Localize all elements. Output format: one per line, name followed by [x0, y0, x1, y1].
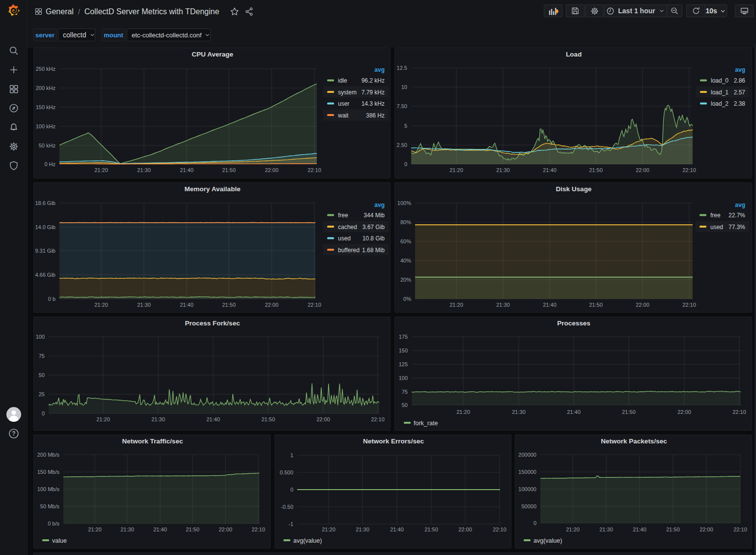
svg-text:21:30: 21:30	[356, 526, 369, 532]
svg-text:value: value	[52, 537, 67, 544]
svg-text:5: 5	[404, 123, 407, 129]
svg-text:200000: 200000	[518, 452, 536, 458]
svg-text:22:00: 22:00	[265, 167, 279, 173]
svg-text:21:30: 21:30	[599, 526, 613, 532]
svg-text:cached: cached	[338, 224, 357, 231]
svg-text:75: 75	[402, 389, 408, 395]
svg-text:Load: Load	[566, 51, 582, 58]
svg-text:used: used	[710, 224, 723, 231]
svg-text:22:10: 22:10	[682, 167, 696, 173]
svg-text:21:40: 21:40	[180, 302, 194, 308]
svg-text:free: free	[710, 212, 721, 219]
svg-text:avg(value): avg(value)	[293, 537, 322, 544]
svg-text:avg(value): avg(value)	[533, 537, 562, 544]
svg-text:21:50: 21:50	[186, 526, 199, 532]
svg-text:22:00: 22:00	[316, 416, 330, 422]
svg-text:21:30: 21:30	[496, 167, 510, 173]
svg-text:150000: 150000	[518, 469, 536, 475]
svg-text:free: free	[338, 212, 348, 219]
svg-text:150 kHz: 150 kHz	[36, 104, 56, 110]
svg-text:0: 0	[290, 487, 293, 493]
svg-text:14.3 kHz: 14.3 kHz	[362, 100, 385, 107]
svg-text:22:10: 22:10	[308, 167, 321, 173]
svg-text:21:30: 21:30	[120, 526, 134, 532]
svg-text:Network Traffic/sec: Network Traffic/sec	[122, 438, 183, 445]
svg-text:0%: 0%	[403, 296, 411, 302]
svg-text:250 kHz: 250 kHz	[36, 66, 56, 72]
svg-text:100: 100	[399, 375, 408, 381]
svg-text:?: ?	[12, 430, 15, 437]
svg-text:buffered: buffered	[338, 247, 360, 254]
svg-text:21:30: 21:30	[137, 302, 151, 308]
svg-text:10: 10	[401, 84, 407, 90]
svg-text:avg: avg	[374, 66, 385, 73]
svg-text:21:40: 21:40	[390, 526, 404, 532]
svg-text:load_0: load_0	[711, 77, 728, 84]
svg-text:2.50: 2.50	[397, 142, 407, 148]
svg-text:344 Mib: 344 Mib	[364, 212, 385, 219]
svg-text:100%: 100%	[397, 200, 411, 206]
svg-text:9.31 Gib: 9.31 Gib	[35, 248, 56, 254]
svg-text:21:30: 21:30	[512, 409, 526, 415]
svg-text:100: 100	[36, 334, 45, 340]
svg-text:idle: idle	[338, 77, 347, 84]
svg-text:200 kHz: 200 kHz	[36, 85, 56, 91]
svg-text:Memory Available: Memory Available	[185, 185, 241, 193]
svg-text:2.38: 2.38	[734, 100, 746, 107]
svg-text:-0.50: -0.50	[281, 504, 293, 510]
svg-text:80%: 80%	[400, 219, 411, 225]
svg-text:21:20: 21:20	[449, 302, 463, 308]
svg-text:21:50: 21:50	[424, 526, 438, 532]
svg-text:22:00: 22:00	[677, 409, 691, 415]
svg-text:Processes: Processes	[557, 320, 590, 327]
svg-text:21:20: 21:20	[94, 167, 108, 173]
svg-text:22:10: 22:10	[308, 302, 321, 308]
svg-text:18.6 Gib: 18.6 Gib	[35, 200, 56, 206]
svg-text:22:00: 22:00	[700, 526, 713, 532]
svg-text:150: 150	[399, 348, 408, 353]
svg-text:2.86: 2.86	[734, 77, 746, 84]
svg-text:4.66 Gib: 4.66 Gib	[35, 272, 56, 278]
svg-text:user: user	[338, 100, 349, 107]
svg-text:3.67 Gib: 3.67 Gib	[363, 224, 385, 231]
svg-text:50: 50	[402, 402, 408, 408]
svg-text:100 Mb/s: 100 Mb/s	[37, 486, 60, 492]
svg-text:22:10: 22:10	[371, 416, 385, 422]
svg-text:0 b: 0 b	[48, 296, 56, 302]
svg-text:22.7%: 22.7%	[728, 212, 745, 219]
svg-text:22:00: 22:00	[265, 302, 279, 308]
svg-text:7.79 kHz: 7.79 kHz	[362, 89, 385, 96]
svg-text:60%: 60%	[400, 238, 411, 244]
svg-text:75: 75	[39, 353, 45, 359]
svg-text:0: 0	[404, 161, 407, 167]
svg-text:21:20: 21:20	[456, 409, 470, 415]
svg-text:load_2: load_2	[711, 100, 728, 107]
svg-text:21:50: 21:50	[589, 167, 603, 173]
svg-text:22:00: 22:00	[458, 526, 472, 532]
svg-text:150 Mb/s: 150 Mb/s	[37, 469, 60, 475]
svg-text:21:40: 21:40	[206, 416, 220, 422]
svg-text:20%: 20%	[400, 277, 411, 283]
svg-text:22:00: 22:00	[636, 302, 649, 308]
svg-text:22:10: 22:10	[252, 526, 265, 532]
svg-text:50000: 50000	[521, 503, 536, 509]
svg-text:21:20: 21:20	[566, 526, 580, 532]
svg-text:avg: avg	[735, 202, 745, 208]
svg-text:25: 25	[39, 391, 45, 397]
svg-text:40%: 40%	[400, 258, 411, 263]
svg-text:21:20: 21:20	[322, 526, 336, 532]
svg-text:21:30: 21:30	[496, 302, 510, 308]
svg-text:12.5: 12.5	[397, 65, 407, 71]
svg-text:wait: wait	[337, 112, 349, 119]
svg-text:Process Fork/sec: Process Fork/sec	[185, 320, 240, 327]
svg-text:Network Packets/sec: Network Packets/sec	[601, 438, 667, 445]
svg-text:14.0 Gib: 14.0 Gib	[35, 224, 56, 230]
svg-text:CPU Average: CPU Average	[192, 51, 233, 58]
svg-text:fork_rate: fork_rate	[414, 420, 438, 427]
svg-text:21:20: 21:20	[94, 302, 108, 308]
svg-text:386 Hz: 386 Hz	[366, 112, 385, 119]
svg-text:0.500: 0.500	[280, 469, 293, 475]
svg-text:2.57: 2.57	[734, 89, 746, 96]
svg-text:0: 0	[533, 520, 536, 526]
svg-text:0 b/s: 0 b/s	[48, 521, 59, 526]
